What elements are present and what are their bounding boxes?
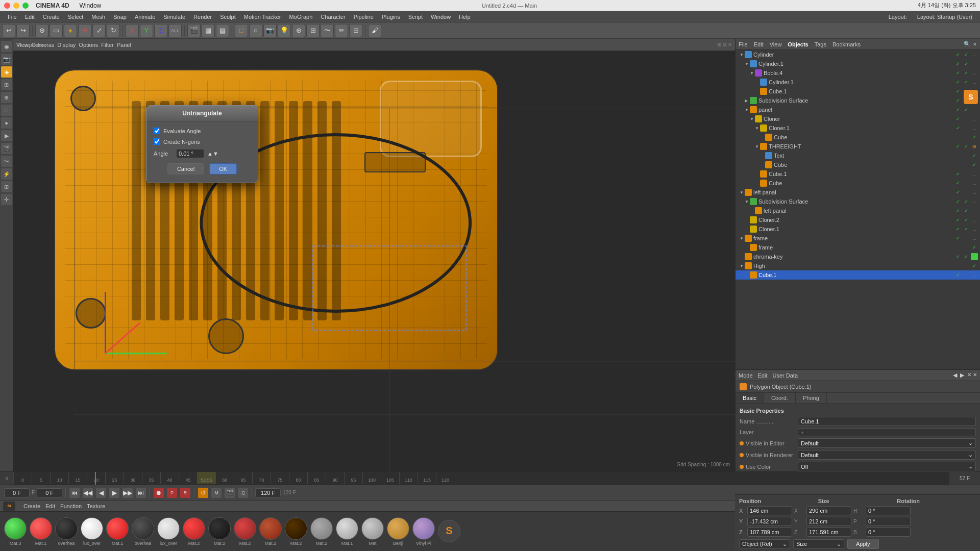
cloner-tool[interactable]: ⊞ [306,24,320,37]
tree-item-cloner1[interactable]: ▼ Cloner.1 ✓ … [736,123,980,133]
timeline-playhead[interactable] [95,472,96,485]
loop-btn[interactable]: ↺ [198,487,209,498]
all-axis-btn[interactable]: ALL [168,24,182,37]
strip-sim[interactable]: ⚡ [1,168,12,180]
tree-item-cube1-high[interactable]: Cube.1 ✓ … [736,270,980,280]
menu-select[interactable]: Select [64,13,87,21]
menu-help[interactable]: Help [455,13,474,21]
array-tool[interactable]: ⊟ [349,24,362,37]
step-forward-btn[interactable]: ▶▶ [122,487,133,498]
mat-tab-function[interactable]: Function [60,503,82,509]
motion-path-btn[interactable]: M [211,487,222,498]
tree-item-boole4[interactable]: ▼ Boole.4 ✓✓… [736,68,980,78]
coord-z-size[interactable] [806,528,851,537]
dialog-cancel-button[interactable]: Cancel [167,163,204,174]
tree-item-cloner2[interactable]: Cloner.2 ✓✓… [736,215,980,224]
rect-select-btn[interactable]: ▭ [50,24,63,37]
tree-item-cube1-boole[interactable]: Cube.1 ✓✓… [736,87,980,96]
mat-item-mat1-2[interactable]: Mat.1 [106,517,129,546]
menu-mesh[interactable]: Mesh [88,13,109,21]
coord-y-size[interactable] [806,517,851,526]
mat-item-benji[interactable]: Benji [387,517,409,546]
mat-item-mat2-f[interactable]: Mat.2 [310,517,333,546]
strip-point[interactable]: ⊕ [1,92,12,103]
mat-item-mat2-c[interactable]: Mat.2 [234,517,256,546]
record-rot-btn[interactable]: R [180,487,191,498]
menu-sculpt[interactable]: Sculpt [216,13,239,21]
menu-motion-tracker[interactable]: Motion Tracker [240,13,285,21]
tree-item-cube1-panel[interactable]: Cube.1 ✓ … [736,169,980,179]
tree-item-chromakey[interactable]: chroma-key ✓✓ [736,252,980,261]
mat-item-mat2-a[interactable]: Mat.2 [183,517,205,546]
tree-item-cube-panel[interactable]: Cube ✓ … [736,179,980,188]
coord-p-rot[interactable] [866,517,911,526]
props-nav-close[interactable]: ✕ ✕ [967,372,977,379]
tree-item-cube-cloner[interactable]: Cube ✓ [736,133,980,142]
null-tool[interactable]: ⊕ [292,24,305,37]
search-icon[interactable]: 🔍 [964,41,971,47]
step-back-btn[interactable]: ◀ [95,487,107,498]
prop-use-color-dropdown[interactable]: Off⌄ [798,462,976,471]
close-btn[interactable] [4,3,10,9]
tree-item-cloner1-left[interactable]: Cloner.1 ✓✓… [736,224,980,234]
frame-end-input[interactable] [255,488,281,497]
tab-file[interactable]: File [739,41,748,47]
mat-item-extra[interactable]: S [438,520,460,543]
create-ngons-checkbox[interactable] [154,138,160,145]
strip-view[interactable]: ◉ [1,41,12,52]
mat-item-luxover-white[interactable]: lux_over [81,517,103,546]
coord-y-pos[interactable] [747,517,792,526]
mat-item-mat1-g[interactable]: Mat.1 [336,517,358,546]
mat-item-mat1-red[interactable]: Mat.1 [30,517,52,546]
props-tab-edit[interactable]: Edit [758,372,768,379]
menu-create[interactable]: Create [39,13,63,21]
viewport-3d[interactable]: View Cameras Display Options Filter Pane… [13,39,735,471]
mat-item-overhead-dark[interactable]: overhea [55,517,78,546]
menu-script[interactable]: Script [405,13,426,21]
strip-uv[interactable]: □ [1,105,12,116]
menu-plugins[interactable]: Plugins [378,13,404,21]
tree-item-text[interactable]: Text ✓ [736,151,980,160]
tree-item-cylinder[interactable]: ▼ Cylinder ✓ ✓ … [736,50,980,59]
menu-simulate[interactable]: Simulate [160,13,189,21]
camera-tool[interactable]: 📷 [263,24,277,37]
menu-animate[interactable]: Animate [131,13,159,21]
menu-character[interactable]: Character [317,13,349,21]
frame-start-input[interactable] [37,488,62,497]
maximize-btn[interactable] [22,3,29,9]
coord-x-pos[interactable] [747,506,792,515]
mat-item-luxover-2[interactable]: lux_over [157,517,180,546]
tab-edit[interactable]: Edit [754,41,764,47]
tree-item-subd1[interactable]: ▶ Subdivision Surface ✓✓… [736,96,980,105]
coords-object-mode-dropdown[interactable]: Object (Rel)⌄ [739,539,790,549]
mat-tab-texture[interactable]: Texture [87,503,105,509]
mat-tab-edit[interactable]: Edit [45,503,55,509]
tab-tags[interactable]: Tags [815,41,826,47]
coord-h-rot[interactable] [866,506,911,515]
menu-pipeline[interactable]: Pipeline [350,13,377,21]
mat-tab-create[interactable]: Create [23,503,40,509]
tree-item-panel[interactable]: ▼ panel ✓✓… [736,105,980,114]
record-pos-btn[interactable]: P [166,487,178,498]
y-axis-btn[interactable]: Y [140,24,153,37]
sphere-tool[interactable]: ○ [249,24,262,37]
props-tab-phong[interactable]: Phong [796,393,827,403]
x-axis-btn[interactable]: X [126,24,139,37]
menu-edit[interactable]: Edit [21,13,38,21]
play-backward-btn[interactable]: ◀◀ [82,487,93,498]
cube-tool[interactable]: □ [235,24,248,37]
tree-item-cylinder1-sub[interactable]: Cylinder.1 ✓✓… [736,78,980,87]
tree-item-left-panal[interactable]: ▼ left panal ✓ … [736,188,980,197]
tree-item-threeight[interactable]: ▼ THREEIGHT ✓✓⊞ [736,142,980,151]
strip-edge[interactable]: ⊞ [1,79,12,90]
menu-snap[interactable]: Snap [110,13,130,21]
mat-item-mat2-e[interactable]: Mat.2 [285,517,307,546]
coords-size-mode-dropdown[interactable]: Size⌄ [793,539,844,549]
menu-file[interactable]: File [4,13,20,21]
render-preview[interactable]: ▤ [216,24,229,37]
angle-stepper[interactable]: ▲▼ [207,151,218,157]
panel-close-icon[interactable]: ✕ [973,42,977,47]
undo-btn[interactable]: ↩ [2,24,15,37]
prop-vis-editor-dropdown[interactable]: Default⌄ [798,438,976,448]
menu-window[interactable]: Window [427,13,454,21]
